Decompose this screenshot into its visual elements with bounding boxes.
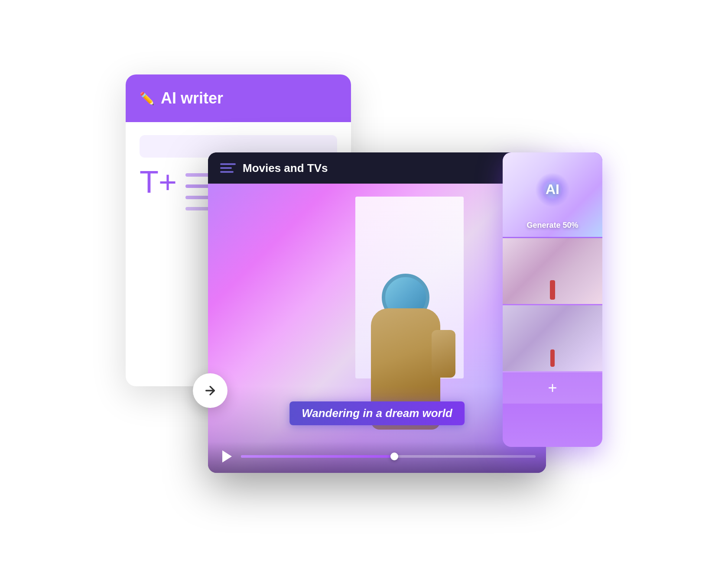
thumbnail-2[interactable]: [503, 304, 602, 371]
ai-writer-title: AI writer: [161, 89, 223, 107]
progress-bar[interactable]: [241, 455, 536, 458]
header-icon-line-3: [220, 171, 234, 173]
progress-thumb[interactable]: [390, 453, 398, 460]
ai-writer-icon: ✏️: [140, 91, 155, 106]
ai-glow: AI: [535, 172, 570, 207]
generate-text: Generate 50%: [526, 221, 578, 230]
video-header: Movies and TVs: [208, 152, 546, 184]
video-subtitle: Wandering in a dream world: [289, 401, 465, 425]
progress-fill: [241, 455, 394, 458]
play-icon: [222, 450, 232, 462]
thumbnail-1[interactable]: [503, 237, 602, 304]
header-icon-line-2: [220, 167, 232, 169]
side-panel: AI Generate 50% +: [503, 152, 602, 447]
astronaut-backpack: [432, 330, 455, 378]
add-button[interactable]: +: [503, 371, 602, 404]
ai-badge: AI: [535, 172, 570, 210]
ai-generate-thumbnail[interactable]: AI Generate 50%: [503, 152, 602, 237]
thumb-figure-2: [550, 349, 555, 367]
thumb-figure-1: [550, 280, 555, 300]
video-header-title: Movies and TVs: [243, 162, 328, 175]
video-content: Wandering in a dream world: [208, 184, 546, 473]
text-plus-icon: T+: [140, 166, 177, 197]
arrow-right-icon: [203, 384, 217, 398]
video-card: Movies and TVs Wandering in a dream worl…: [208, 152, 546, 473]
add-icon: +: [548, 380, 557, 396]
play-button[interactable]: [218, 449, 234, 464]
header-icon-line-1: [220, 163, 236, 165]
arrow-button[interactable]: [193, 373, 228, 408]
ai-label: AI: [546, 181, 559, 197]
video-header-icon: [220, 162, 236, 174]
ai-writer-header: ✏️ AI writer: [126, 74, 351, 122]
video-controls: [208, 442, 546, 473]
